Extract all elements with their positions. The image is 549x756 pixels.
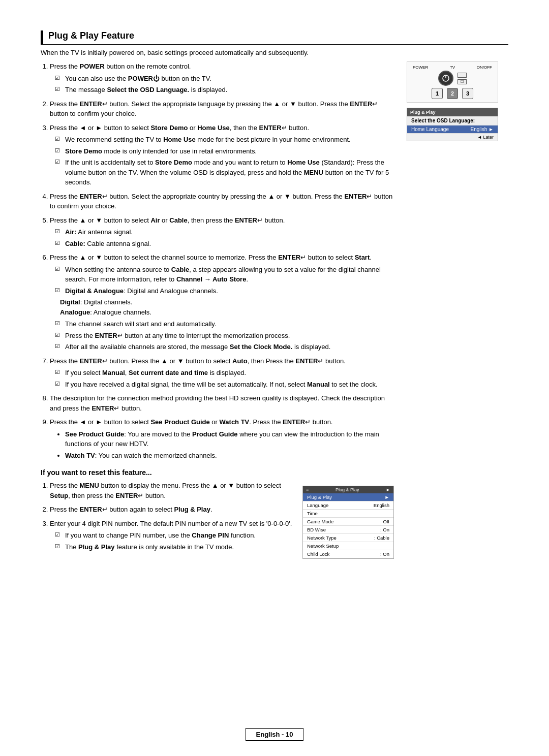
osd2-row-time: Time (303, 510, 393, 518)
osd2-row-childlock: Child Lock : On (303, 550, 393, 558)
step-5: Press the ▲ or ▼ button to select Air or… (50, 215, 396, 249)
osd2-header: ≡ Plug & Play ► (303, 486, 393, 493)
step-5-note-2: Cable: Cable antenna signal. (55, 239, 396, 249)
reset-step-3-notes: If you want to change PIN number, use th… (55, 530, 292, 552)
tv-btn-bottom[interactable]: ☐ (458, 79, 467, 84)
step-9-bullet-2: Watch TV: You can watch the memorized ch… (65, 451, 396, 461)
osd2-bd-label: BD Wise (307, 527, 326, 532)
step-6-text: Press the ▲ or ▼ button to select the ch… (50, 254, 372, 261)
tv-label: TV (450, 65, 455, 70)
diagrams-column: POWER TV ON/OFF ☐ (407, 61, 508, 559)
osd-menu2: ≡ Plug & Play ► Plug & Play ► Language E… (302, 486, 394, 559)
step-7-notes: If you select Manual, Set current date a… (55, 368, 396, 389)
reset-note-1: If you want to change PIN number, use th… (55, 530, 292, 541)
remote-diagram: POWER TV ON/OFF ☐ (407, 61, 498, 103)
osd2-lang-label: Language (307, 502, 328, 508)
osd2-row-netsetup: Network Setup (303, 542, 393, 550)
onoff-label: ON/OFF (477, 65, 492, 70)
main-steps-list: Press the POWER button on the remote con… (50, 61, 396, 460)
osd1-last: ◄ Later (407, 134, 498, 141)
step-6-indent: Digital: Digital channels. Analogue: Ana… (60, 297, 396, 317)
step-9-text: Press the ◄ or ► button to select See Pr… (50, 418, 332, 426)
osd2-row-gamemode: Game Mode : Off (303, 518, 393, 526)
osd2-time-label: Time (307, 511, 318, 516)
tv-icon: ☐ (461, 80, 464, 84)
steps-column: Press the POWER button on the remote con… (41, 61, 396, 559)
osd-menu1: Plug & Play Select the OSD Language: Hom… (407, 108, 498, 141)
num-btn-3[interactable]: 3 (462, 88, 473, 99)
step-1-note-1: You can also use the POWER⏻ button on th… (55, 74, 396, 84)
step-8: The description for the connection metho… (50, 393, 396, 413)
num-btn-1[interactable]: 1 (432, 88, 443, 99)
step-3-note-3: If the unit is accidentally set to Store… (55, 158, 396, 187)
step-6-note-1: When setting the antenna source to Cable… (55, 265, 396, 285)
step-7-note-2: If you have received a digital signal, t… (55, 380, 396, 390)
page: Plug & Play Feature When the TV is initi… (0, 0, 549, 756)
tv-btn-top[interactable] (458, 73, 467, 78)
osd2-row-plugplay: Plug & Play ► (303, 493, 393, 501)
step-5-text: Press the ▲ or ▼ button to select Air or… (50, 216, 285, 224)
reset-step-1-text: Press the MENU button to display the men… (50, 482, 281, 499)
osd1-title: Plug & Play (410, 110, 436, 115)
reset-step-1: Press the MENU button to display the men… (50, 481, 292, 500)
osd2-netsetup-label: Network Setup (307, 543, 339, 549)
osd2-child-value: : On (380, 551, 389, 557)
osd1-lang-row: Home Language English ► (407, 125, 498, 134)
osd2-game-label: Game Mode (307, 519, 333, 524)
osd1-lang-label: Home Language (411, 127, 449, 132)
osd2-lang-value: English (374, 502, 389, 508)
num-btn-2[interactable]: 2 (447, 88, 458, 99)
osd2-row-language: Language English (303, 501, 393, 510)
osd2-game-value: : Off (380, 519, 389, 524)
reset-step-2: Press the ENTER↵ button again to select … (50, 505, 292, 515)
step-6-digital: Digital: Digital channels. (60, 297, 396, 307)
step-9-bullet-1: See Product Guide: You are moved to the … (65, 429, 396, 449)
tv-buttons: ☐ (458, 73, 467, 84)
reset-step-3: Enter your 4 digit PIN number. The defau… (50, 519, 292, 552)
step-3-note-1: We recommend setting the TV to Home Use … (55, 135, 396, 145)
step-6-note-4: Press the ENTER↵ button at any time to i… (55, 331, 396, 341)
osd2-plugplay-arrow: ► (385, 494, 389, 500)
step-5-notes: Air: Air antenna signal. Cable: Cable an… (55, 227, 396, 248)
step-8-text: The description for the connection metho… (50, 394, 385, 412)
reset-section-content: Press the MENU button to display the men… (41, 481, 396, 559)
reset-note-2: The Plug & Play feature is only availabl… (55, 542, 292, 552)
step-6-morenotes: The channel search will start and end au… (55, 319, 396, 352)
remote-top-labels: POWER TV ON/OFF (410, 65, 495, 70)
osd2-nettype-value: : Cable (374, 535, 389, 541)
osd-menu2-diagram: ≡ Plug & Play ► Plug & Play ► Language E… (302, 481, 396, 559)
osd1-header: Plug & Play (407, 108, 498, 116)
reset-steps-col: Press the MENU button to display the men… (41, 481, 292, 559)
footer: English - 10 (0, 728, 549, 741)
reset-step-3-text: Enter your 4 digit PIN number. The defau… (50, 520, 292, 527)
remote-number-buttons: 1 2 3 (410, 88, 495, 99)
step-5-note-1: Air: Air antenna signal. (55, 227, 396, 237)
section-title: Plug & Play Feature (41, 30, 508, 45)
step-3-notes: We recommend setting the TV to Home Use … (55, 135, 396, 187)
osd1-subtitle-row: Select the OSD Language: (407, 116, 498, 125)
osd1-lang-value: English ► (471, 127, 494, 132)
step-1: Press the POWER button on the remote con… (50, 61, 396, 95)
step-9-bullets: See Product Guide: You are moved to the … (65, 429, 396, 461)
step-1-notes: You can also use the POWER⏻ button on th… (55, 74, 396, 95)
step-6: Press the ▲ or ▼ button to select the ch… (50, 253, 396, 352)
osd2-nettype-label: Network Type (307, 535, 337, 541)
power-label: POWER (413, 65, 428, 70)
osd2-row-nettype: Network Type : Cable (303, 534, 393, 542)
step-6-note-3: The channel search will start and end au… (55, 319, 396, 329)
power-btn[interactable] (438, 71, 453, 86)
step-3-note-2: Store Demo mode is only intended for use… (55, 146, 396, 156)
remote-top-buttons: ☐ (410, 71, 495, 86)
osd2-child-label: Child Lock (307, 551, 329, 557)
reset-step-2-text: Press the ENTER↵ button again to select … (50, 506, 212, 513)
intro-text: When the TV is initially powered on, bas… (41, 49, 508, 56)
osd2-plug-play: Plug & Play (336, 487, 359, 492)
step-1-note-2: The message Select the OSD Language. is … (55, 85, 396, 95)
osd2-title: ≡ (306, 487, 309, 492)
osd2-arrow: ► (386, 487, 390, 492)
step-2-text: Press the ENTER↵ button. Select the appr… (50, 100, 378, 118)
reset-steps-list: Press the MENU button to display the men… (50, 481, 292, 552)
step-2: Press the ENTER↵ button. Select the appr… (50, 99, 396, 119)
step-6-analogue: Analogue: Analogue channels. (60, 307, 396, 318)
step-7: Press the ENTER↵ button. Press the ▲ or … (50, 356, 396, 390)
